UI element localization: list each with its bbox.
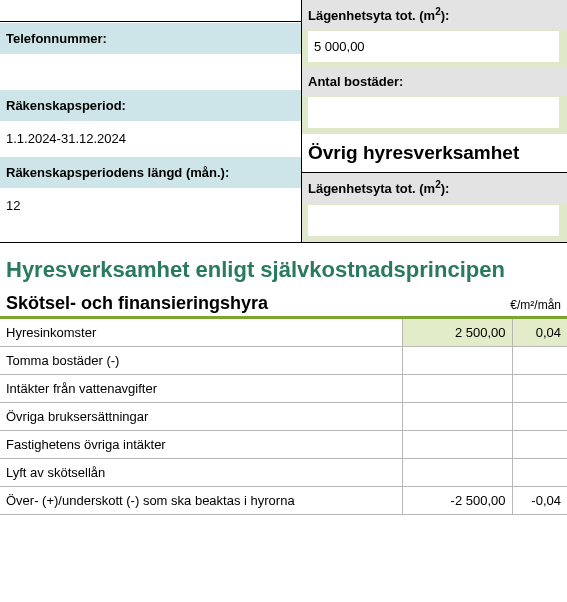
row-value-amount[interactable]: 2 500,00 — [402, 319, 512, 347]
table-row: Fastighetens övriga intäkter — [0, 431, 567, 459]
rakenskapsperiod-length-value[interactable]: 12 — [0, 188, 301, 223]
row-label: Intäkter från vattenavgifter — [0, 375, 402, 403]
lagenhetsyta2-label: Lägenhetsyta tot. (m2): — [302, 173, 567, 202]
row-value-amount[interactable] — [402, 375, 512, 403]
section-header: Skötsel- och finansieringshyra €/m²/mån — [0, 287, 567, 319]
row-label: Tomma bostäder (-) — [0, 347, 402, 375]
row-value-amount[interactable] — [402, 347, 512, 375]
table-row: Lyft av skötsellån — [0, 459, 567, 487]
row-value-rate[interactable]: 0,04 — [512, 319, 567, 347]
row-value-amount[interactable]: -2 500,00 — [402, 487, 512, 515]
table-row: Tomma bostäder (-) — [0, 347, 567, 375]
rakenskapsperiod-length-label: Räkenskapsperiodens längd (mån.): — [0, 156, 301, 188]
top-info-grid: Telefonnummer: Räkenskapsperiod: 1.1.202… — [0, 0, 567, 243]
ovrig-hyresverksamhet-title: Övrig hyresverksamhet — [302, 134, 567, 173]
table-row: Övriga bruksersättningar — [0, 403, 567, 431]
row-label: Över- (+)/underskott (-) som ska beaktas… — [0, 487, 402, 515]
telefonnummer-value[interactable] — [0, 54, 301, 89]
table-row: Intäkter från vattenavgifter — [0, 375, 567, 403]
row-value-rate[interactable] — [512, 431, 567, 459]
row-label: Lyft av skötsellån — [0, 459, 402, 487]
row-value-rate[interactable] — [512, 347, 567, 375]
lagenhetsyta2-value[interactable] — [308, 205, 559, 236]
row-value-rate[interactable]: -0,04 — [512, 487, 567, 515]
row-value-amount[interactable] — [402, 431, 512, 459]
telefonnummer-label: Telefonnummer: — [0, 22, 301, 54]
antal-bostader-value[interactable] — [308, 97, 559, 128]
row-value-amount[interactable] — [402, 459, 512, 487]
unit-header: €/m²/mån — [510, 298, 561, 314]
table-row: Hyresinkomster2 500,000,04 — [0, 319, 567, 347]
blank-cell — [0, 0, 301, 22]
antal-bostader-label: Antal bostäder: — [302, 68, 567, 95]
left-column: Telefonnummer: Räkenskapsperiod: 1.1.202… — [0, 0, 302, 242]
row-value-rate[interactable] — [512, 375, 567, 403]
right-column: Lägenhetsyta tot. (m2): 5 000,00 Antal b… — [302, 0, 567, 242]
rakenskapsperiod-label: Räkenskapsperiod: — [0, 89, 301, 121]
main-title: Hyresverksamhet enligt självkostnadsprin… — [0, 243, 567, 287]
row-value-amount[interactable] — [402, 403, 512, 431]
row-label: Hyresinkomster — [0, 319, 402, 347]
row-label: Fastighetens övriga intäkter — [0, 431, 402, 459]
section-title: Skötsel- och finansieringshyra — [6, 293, 268, 314]
table-row: Över- (+)/underskott (-) som ska beaktas… — [0, 487, 567, 515]
lagenhetsyta-label: Lägenhetsyta tot. (m2): — [302, 0, 567, 29]
rakenskapsperiod-value[interactable]: 1.1.2024-31.12.2024 — [0, 121, 301, 156]
finance-table: Hyresinkomster2 500,000,04Tomma bostäder… — [0, 319, 567, 516]
row-label: Övriga bruksersättningar — [0, 403, 402, 431]
row-value-rate[interactable] — [512, 403, 567, 431]
row-value-rate[interactable] — [512, 459, 567, 487]
lagenhetsyta-value[interactable]: 5 000,00 — [308, 31, 559, 62]
